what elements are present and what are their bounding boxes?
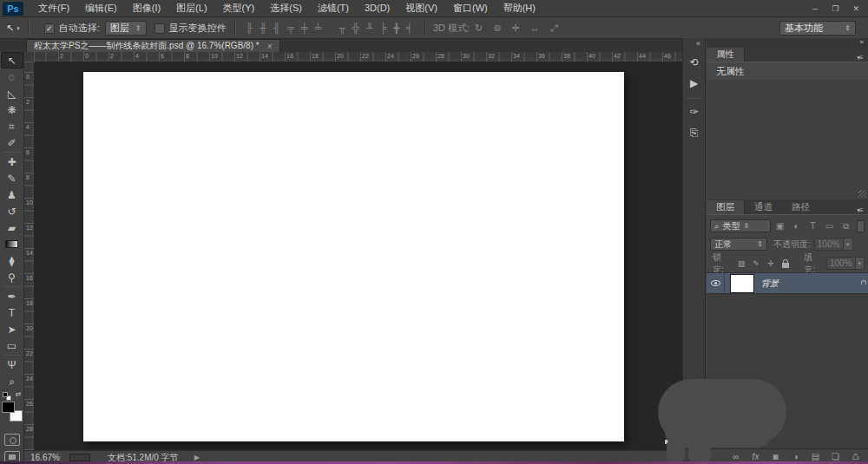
path-selection-tool[interactable]: ➤ xyxy=(1,321,23,337)
opacity-value-field[interactable]: 100% xyxy=(814,238,844,251)
workspace-dropdown[interactable]: 基本功能 ⇕ xyxy=(779,21,856,36)
dodge-tool[interactable]: ⚲ xyxy=(1,269,23,285)
brush-tool[interactable]: ✎ xyxy=(1,170,23,186)
move-tool[interactable]: ↖ xyxy=(1,52,23,69)
3d-slide-icon[interactable]: ↔ xyxy=(530,23,540,33)
auto-select-checkbox[interactable]: ✓ xyxy=(44,23,55,34)
distribute-vertical-centers-icon[interactable]: ╬ xyxy=(352,23,359,33)
minimize-button[interactable]: ─ xyxy=(812,4,818,13)
eyedropper-tool[interactable]: ✐ xyxy=(1,134,23,151)
ruler-origin-corner[interactable] xyxy=(24,52,35,62)
foreground-color-swatch[interactable] xyxy=(2,402,15,413)
blur-tool[interactable]: ⧫ xyxy=(1,252,23,269)
tab-layers[interactable]: 图层 xyxy=(707,200,745,214)
adjustment-layer-icon[interactable]: ◑ xyxy=(786,452,806,461)
tool-preset-dropdown-icon[interactable]: ▾ xyxy=(16,25,20,32)
align-left-edges-icon[interactable]: ╟ xyxy=(247,23,253,33)
distribute-right-edges-icon[interactable]: ╡ xyxy=(406,23,413,33)
blend-mode-dropdown[interactable]: 正常 ⇕ xyxy=(710,238,767,251)
history-panel-icon[interactable]: ⟲ xyxy=(685,54,703,70)
tab-close-icon[interactable]: × xyxy=(267,42,273,51)
menu-item[interactable]: 图层(L) xyxy=(168,0,214,16)
menu-item[interactable]: 选择(S) xyxy=(262,0,310,16)
menu-item[interactable]: 类型(Y) xyxy=(215,0,263,16)
filter-adjustment-layers-icon[interactable]: ◐ xyxy=(789,221,804,232)
align-vertical-centers-icon[interactable]: ╪ xyxy=(301,23,308,33)
quick-selection-tool[interactable]: ❋ xyxy=(1,101,23,118)
document-tab[interactable]: 程太太学PS之——制作线条款封面.psd @ 16.7%(RGB/8) * × xyxy=(26,39,280,52)
menu-item[interactable]: 窗口(W) xyxy=(445,0,496,16)
lasso-tool[interactable]: ◺ xyxy=(1,85,23,101)
actions-panel-icon[interactable]: ▶ xyxy=(685,75,703,91)
fill-dropdown-icon[interactable]: ▾ xyxy=(856,257,865,270)
menu-item[interactable]: 3D(D) xyxy=(357,0,398,16)
expand-panels-icon[interactable]: « xyxy=(683,38,705,49)
lock-all-icon[interactable] xyxy=(779,258,792,270)
lock-transparent-pixels-icon[interactable]: ▨ xyxy=(735,258,748,270)
zoom-tool[interactable]: ⌕ xyxy=(1,373,23,389)
panel-menu-icon[interactable]: ▾≡ xyxy=(857,54,868,62)
tab-properties[interactable]: 属性 xyxy=(707,48,745,62)
align-horizontal-centers-icon[interactable]: ╫ xyxy=(260,23,266,33)
fill-value-field[interactable]: 100% xyxy=(826,257,856,270)
filter-pixel-layers-icon[interactable]: ▣ xyxy=(773,221,787,232)
3d-roll-icon[interactable]: ⊚ xyxy=(493,23,501,33)
3d-rotate-icon[interactable]: ↻ xyxy=(475,23,483,33)
align-right-edges-icon[interactable]: ╢ xyxy=(273,23,280,33)
clone-stamp-tool[interactable]: ♟ xyxy=(1,186,23,203)
eye-icon[interactable] xyxy=(711,280,720,286)
visibility-cell[interactable] xyxy=(707,273,725,293)
layer-filter-toggle[interactable] xyxy=(857,220,865,232)
menu-item[interactable]: 帮助(H) xyxy=(496,0,543,16)
layer-row[interactable]: 背景 xyxy=(707,273,868,294)
opacity-dropdown-icon[interactable]: ▾ xyxy=(844,238,853,251)
menu-item[interactable]: 图像(I) xyxy=(125,0,168,16)
quick-mask-button[interactable] xyxy=(4,434,20,446)
layer-effects-icon[interactable]: fx xyxy=(746,452,766,461)
menu-item[interactable]: 编辑(E) xyxy=(77,0,125,16)
distribute-left-edges-icon[interactable]: ╞ xyxy=(380,23,387,33)
show-transform-checkbox[interactable] xyxy=(155,23,165,34)
pen-tool[interactable]: ✒ xyxy=(1,288,23,304)
3d-drag-icon[interactable]: ✛ xyxy=(512,23,520,33)
menu-item[interactable]: 视图(V) xyxy=(398,0,445,16)
eraser-tool[interactable]: ▰ xyxy=(1,219,23,236)
lock-position-icon[interactable]: ✛ xyxy=(765,258,778,270)
layer-filter-kind-dropdown[interactable]: ⌕ 类型 ⇕ xyxy=(710,219,771,232)
elliptical-marquee-tool[interactable]: ◌ xyxy=(1,69,23,85)
filter-type-layers-icon[interactable]: T xyxy=(806,221,820,232)
align-bottom-edges-icon[interactable]: ╧ xyxy=(314,23,321,33)
collapse-panels-icon[interactable]: » xyxy=(707,38,868,47)
type-tool[interactable]: T xyxy=(1,304,23,321)
distribute-horizontal-centers-icon[interactable]: ╋ xyxy=(393,23,399,33)
menu-item[interactable]: 文件(F) xyxy=(30,0,77,16)
brush-panel-icon[interactable]: ✑ xyxy=(685,103,703,120)
add-layer-mask-icon[interactable]: ◙ xyxy=(766,452,786,461)
filter-shape-layers-icon[interactable]: ▭ xyxy=(822,221,837,232)
menu-item[interactable]: 滤镜(T) xyxy=(310,0,357,16)
document-canvas[interactable] xyxy=(83,72,624,441)
distribute-top-edges-icon[interactable]: ╥ xyxy=(339,23,345,33)
crop-tool[interactable]: ⌗ xyxy=(1,118,23,134)
close-button[interactable]: ✕ xyxy=(852,4,859,13)
layer-thumbnail[interactable] xyxy=(731,275,753,292)
lock-image-pixels-icon[interactable]: ✎ xyxy=(750,258,763,270)
clone-source-panel-icon[interactable]: ⎘ xyxy=(685,124,703,141)
tab-paths[interactable]: 路径 xyxy=(782,200,819,214)
panel-menu-icon[interactable]: ▾≡ xyxy=(857,206,868,214)
new-layer-icon[interactable]: ❏ xyxy=(825,452,845,461)
delete-layer-icon[interactable]: ♺ xyxy=(845,452,865,461)
history-brush-tool[interactable]: ↺ xyxy=(1,203,23,219)
layer-group-icon[interactable]: ▤ xyxy=(806,452,825,461)
3d-scale-icon[interactable]: ⤢ xyxy=(550,23,558,33)
align-top-edges-icon[interactable]: ╤ xyxy=(287,23,294,33)
swap-colors-icon[interactable]: ⇄ xyxy=(16,390,22,398)
hand-tool[interactable]: Ψ xyxy=(1,356,23,373)
move-tool-icon[interactable]: ↖ xyxy=(6,23,14,34)
distribute-bottom-edges-icon[interactable]: ╨ xyxy=(366,23,373,33)
default-colors-icon[interactable] xyxy=(3,392,11,401)
auto-select-target-dropdown[interactable]: 图层 ⇕ xyxy=(105,21,147,36)
spot-healing-brush-tool[interactable]: ✚ xyxy=(1,154,23,170)
link-layers-icon[interactable]: ∞ xyxy=(726,452,746,461)
tab-channels[interactable]: 通道 xyxy=(745,200,782,214)
